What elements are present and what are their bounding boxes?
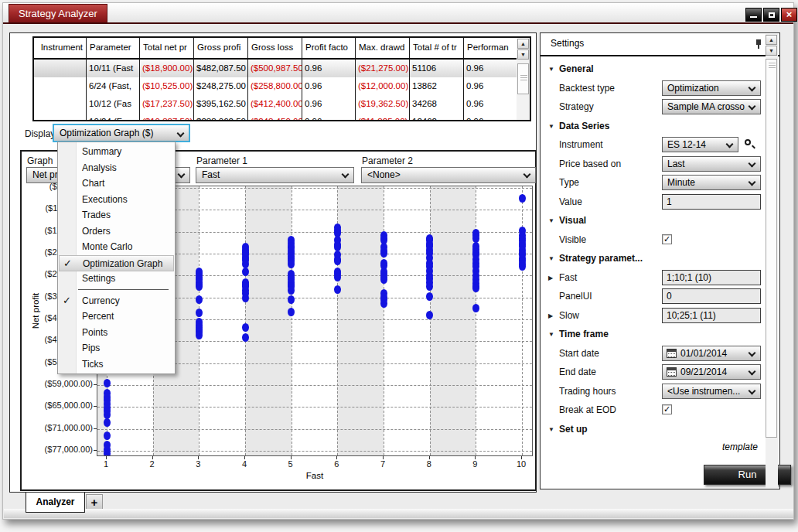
table-cell xyxy=(34,77,87,95)
menu-item-monte-carlo[interactable]: Monte Carlo xyxy=(59,239,174,255)
parameter1-dropdown[interactable]: Fast xyxy=(196,167,354,183)
table-cell xyxy=(34,113,87,121)
dropdown-strategy[interactable]: Sample MA crosso xyxy=(662,99,761,114)
menu-item-percent[interactable]: Percent xyxy=(59,309,174,325)
setting-label-backtest-type: Backtest type xyxy=(559,83,615,94)
run-button[interactable]: Run xyxy=(704,465,791,485)
y-tick-mark xyxy=(94,384,97,385)
column-header-total-net-pr[interactable]: Total net pr xyxy=(140,38,194,58)
menu-item-chart[interactable]: Chart xyxy=(59,176,174,192)
dropdown-start-date[interactable]: 01/01/2014 xyxy=(662,346,761,361)
close-button[interactable]: × xyxy=(781,8,797,22)
chevron-down-icon xyxy=(523,171,531,179)
menu-item-pips[interactable]: Pips xyxy=(59,340,174,356)
dropdown-price-based-on[interactable]: Last xyxy=(662,156,761,172)
input-fast[interactable]: 1;10;1 (10) xyxy=(662,270,761,285)
settings-scrollbar[interactable]: ▲▼ xyxy=(766,34,778,488)
grid-scrollbar[interactable]: ▲▼ xyxy=(517,38,530,120)
scrollbar-thumb[interactable] xyxy=(766,59,777,438)
v-gridline xyxy=(292,186,292,455)
table-cell: ($17,237.50) xyxy=(140,95,194,113)
h-gridline xyxy=(97,385,532,386)
dropdown-backtest-type[interactable]: Optimization xyxy=(662,80,761,96)
search-icon[interactable] xyxy=(744,138,756,151)
section-expander-icon[interactable]: ▼ xyxy=(548,426,554,433)
results-grid[interactable]: InstrumentParameterTotal net prGross pro… xyxy=(32,36,531,121)
scroll-up-button[interactable]: ▲ xyxy=(517,39,529,49)
scroll-down-button[interactable]: ▼ xyxy=(517,49,529,60)
section-expander-icon[interactable]: ▼ xyxy=(548,123,554,130)
section-expander-icon[interactable]: ▼ xyxy=(548,255,554,262)
dropdown-end-date[interactable]: 09/21/2014 xyxy=(662,364,761,380)
section-expander-icon[interactable]: ▼ xyxy=(548,66,554,73)
dropdown-instrument[interactable]: ES 12-14 xyxy=(662,137,738,152)
input-panelui[interactable]: 0 xyxy=(662,288,761,304)
dropdown-trading-hours[interactable]: <Use instrumen... xyxy=(662,384,761,399)
parameter1-label: Parameter 1 xyxy=(196,155,247,166)
section-header-data-series[interactable]: Data Series xyxy=(559,121,609,131)
menu-item-currency[interactable]: ✓Currency xyxy=(59,293,174,309)
table-row[interactable]: 10/11 (Fast($18,900.00)$482,087.50($500,… xyxy=(34,60,518,77)
table-row[interactable]: 6/24 (Fast,($10,525.00)$248,275.00($258,… xyxy=(34,77,518,95)
parameter2-dropdown[interactable]: <None> xyxy=(361,167,536,183)
menu-item-points[interactable]: Points xyxy=(59,325,174,341)
table-cell: 51106 xyxy=(410,60,464,77)
menu-item-executions[interactable]: Executions xyxy=(59,192,174,208)
dropdown-type[interactable]: Minute xyxy=(662,175,761,190)
minimize-button[interactable] xyxy=(745,8,762,22)
menu-item-summary[interactable]: Summary xyxy=(59,144,174,160)
column-header-parameter[interactable]: Parameter xyxy=(87,38,140,58)
input-value[interactable]: 1 xyxy=(662,194,761,210)
x-tick-mark xyxy=(198,456,199,459)
template-link[interactable]: template xyxy=(722,442,758,452)
window-title-tab[interactable]: Strategy Analyzer xyxy=(9,4,107,22)
scroll-down-button[interactable]: ▼ xyxy=(766,46,777,56)
column-header-gross-loss[interactable]: Gross loss xyxy=(248,38,302,58)
row-expander-icon[interactable]: ▶ xyxy=(548,275,553,281)
table-row[interactable]: 10/12 (Fas($17,237.50)$395,162.50($412,4… xyxy=(34,95,518,113)
table-cell: 0.96 xyxy=(302,95,356,113)
menu-item-ticks[interactable]: Ticks xyxy=(59,356,174,373)
column-header-profit-facto[interactable]: Profit facto xyxy=(302,38,356,58)
table-cell: ($500,987.50) xyxy=(248,60,302,77)
display-dropdown[interactable]: Optimization Graph ($) xyxy=(53,124,190,142)
column-header-performan[interactable]: Performan xyxy=(464,38,518,58)
menu-item-orders[interactable]: Orders xyxy=(59,223,174,240)
calendar-icon-bar xyxy=(667,350,676,352)
calendar-icon xyxy=(667,349,677,358)
maximize-button[interactable] xyxy=(763,8,779,22)
column-header-instrument[interactable]: Instrument xyxy=(34,38,87,58)
data-point xyxy=(104,449,111,456)
maximize-icon xyxy=(769,12,775,18)
input-slow[interactable]: 10;25;1 (11) xyxy=(662,308,761,323)
scrollbar-thumb[interactable] xyxy=(517,63,529,94)
checkbox-visible[interactable]: ✓ xyxy=(662,234,672,244)
column-header-gross-profi[interactable]: Gross profi xyxy=(194,38,248,58)
section-header-visual[interactable]: Visual xyxy=(559,215,586,226)
section-header-general[interactable]: General xyxy=(559,63,594,74)
section-header-time-frame[interactable]: Time frame xyxy=(559,329,609,339)
menu-item-label: Optimization Graph xyxy=(83,256,162,271)
section-expander-icon[interactable]: ▼ xyxy=(548,217,554,224)
data-point xyxy=(196,282,203,291)
section-header-set-up[interactable]: Set up xyxy=(559,424,588,435)
menu-item-optimization-graph[interactable]: ✓Optimization Graph xyxy=(59,255,174,271)
section-header-strategy-paramet-[interactable]: Strategy paramet... xyxy=(559,253,643,264)
menu-item-trades[interactable]: Trades xyxy=(59,207,174,223)
pin-icon[interactable] xyxy=(755,39,762,49)
scroll-up-button[interactable]: ▲ xyxy=(766,35,777,45)
menu-item-analysis[interactable]: Analysis xyxy=(59,160,174,176)
x-tick-mark xyxy=(152,456,153,459)
tab-analyzer[interactable]: Analyzer xyxy=(26,493,85,513)
column-header-total-of-tr[interactable]: Total # of tr xyxy=(410,38,464,58)
chevron-down-icon xyxy=(749,179,756,186)
section-expander-icon[interactable]: ▼ xyxy=(548,331,554,338)
data-point xyxy=(242,268,249,276)
table-row[interactable]: 10/24 (Fas($10,387.50)$238,062.50($248,4… xyxy=(34,113,518,121)
column-header-max-drawd[interactable]: Max. drawd xyxy=(356,38,410,58)
checkbox-break-at-eod[interactable]: ✓ xyxy=(662,404,672,414)
v-gridline xyxy=(430,186,431,455)
dropdown-value: Sample MA crosso xyxy=(667,100,746,114)
menu-item-settings[interactable]: Settings xyxy=(59,271,174,287)
row-expander-icon[interactable]: ▶ xyxy=(548,312,553,319)
